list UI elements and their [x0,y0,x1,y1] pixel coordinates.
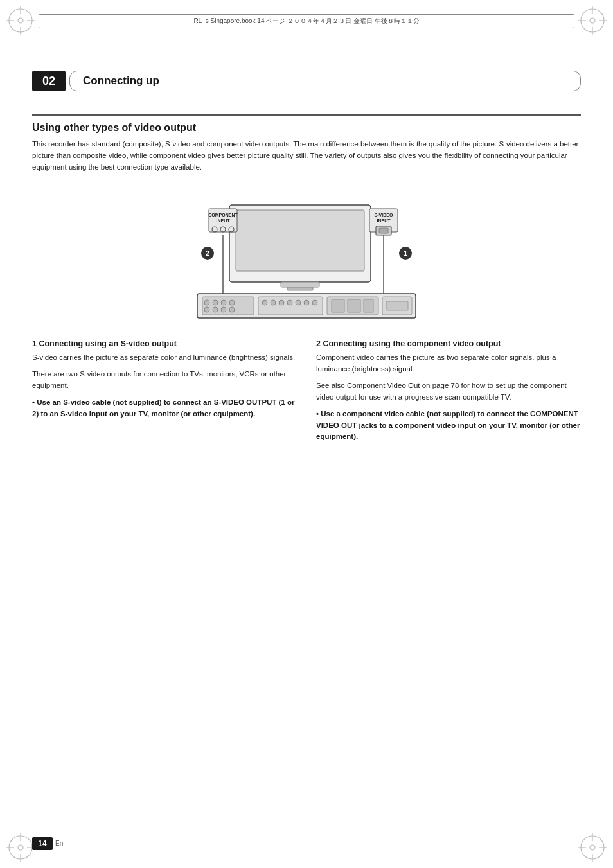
svg-text:INPUT: INPUT [377,218,391,223]
svg-rect-25 [236,210,364,271]
svg-point-49 [229,300,235,305]
svg-point-51 [213,307,218,312]
intro-text: This recorder has standard (composite), … [32,139,581,173]
svg-point-59 [296,300,301,305]
col2-bold: Use a component video cable (not supplie… [316,409,581,443]
two-col-section: 1 Connecting using an S-video output S-v… [32,339,581,443]
svg-rect-64 [348,299,360,312]
col2-heading: 2 Connecting using the component video o… [316,339,581,348]
corner-bl [5,832,36,863]
svg-point-19 [590,845,595,850]
corner-tr [577,5,608,36]
svg-point-55 [262,300,267,305]
svg-text:COMPONENT: COMPONENT [208,213,238,217]
diagram-area: TV COMPONENT INPUT S-VIDEO INPUT [32,186,581,324]
section-heading: Using other types of video output [32,122,581,134]
svg-rect-63 [332,299,344,312]
svg-point-60 [304,300,309,305]
svg-text:INPUT: INPUT [217,218,231,223]
svg-rect-65 [364,299,373,312]
chapter-number: 02 [32,71,66,91]
col1-bold: Use an S-video cable (not supplied) to c… [32,397,297,420]
corner-tl [5,5,36,36]
file-info-bar: RL_s Singapore.book 14 ページ ２００４年４月２３日 金曜… [39,14,574,28]
col2-number: 2 [316,339,323,348]
svg-rect-27 [281,282,319,287]
svg-text:2: 2 [206,249,209,257]
svg-point-56 [271,300,276,305]
svg-point-13 [18,845,23,850]
col-component: 2 Connecting using the component video o… [316,339,581,443]
svg-point-50 [204,307,209,312]
col2-text2: See also Component Video Out on page 78 … [316,380,581,403]
svg-point-58 [287,300,292,305]
svg-text:1: 1 [404,249,407,257]
col2-text1: Component video carries the picture as t… [316,352,581,375]
svg-point-61 [312,300,317,305]
svg-point-46 [204,300,209,305]
svg-rect-67 [386,301,408,310]
file-info-text: RL_s Singapore.book 14 ページ ２００４年４月２３日 金曜… [193,17,419,26]
chapter-title: Connecting up [83,75,159,87]
connection-diagram: TV COMPONENT INPUT S-VIDEO INPUT [146,186,467,324]
corner-br [577,832,608,863]
page-container: RL_s Singapore.book 14 ページ ２００４年４月２３日 金曜… [0,0,613,868]
page-sub-label: En [55,837,63,850]
chapter-title-bar: Connecting up [69,71,581,91]
svg-point-48 [221,300,226,305]
main-content: Using other types of video output This r… [32,104,581,829]
page-number: 14 [32,837,53,850]
svg-point-7 [590,18,595,23]
svg-point-57 [279,300,284,305]
col1-text1: S-video carries the picture as separate … [32,352,297,364]
svg-rect-54 [258,297,323,315]
svg-point-52 [221,307,226,312]
svg-point-47 [213,300,218,305]
svg-rect-39 [379,228,388,233]
col-svideo: 1 Connecting using an S-video output S-v… [32,339,297,443]
section-rule [32,114,581,116]
svg-point-53 [229,307,235,312]
svg-point-1 [18,18,23,23]
svg-rect-45 [202,297,254,315]
col1-text2: There are two S-video outputs for connec… [32,369,297,392]
col1-heading: 1 Connecting using an S-video output [32,339,297,348]
svg-text:S-VIDEO: S-VIDEO [375,213,393,217]
col1-number: 1 [32,339,39,348]
svg-rect-28 [287,287,313,290]
